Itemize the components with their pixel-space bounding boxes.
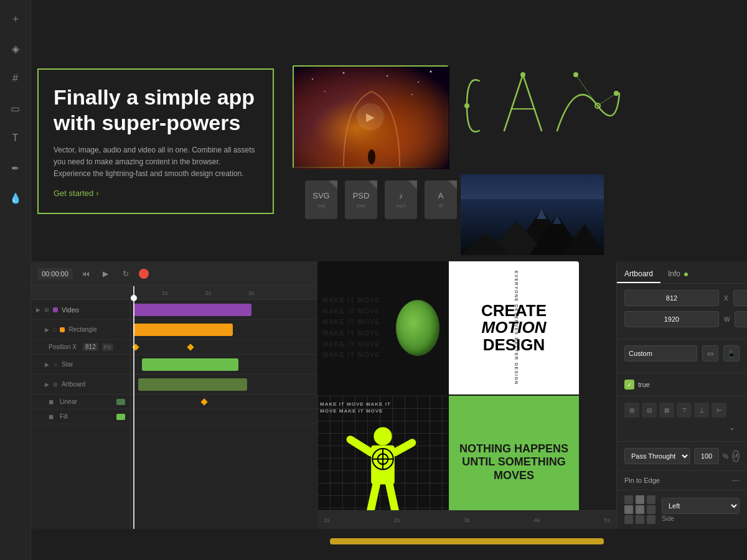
fit-mode-select[interactable]: Custom Fill Fit (624, 345, 697, 362)
ruler-3s-preview: 3s (464, 517, 470, 523)
svg-file-icon[interactable]: SVG svg (305, 180, 337, 219)
mask-checkbox[interactable]: ✓ (624, 380, 634, 390)
pin-dot-bl[interactable] (624, 515, 633, 524)
h-input[interactable] (735, 311, 747, 327)
frame-icon-btn[interactable]: ▭ (702, 345, 718, 362)
pin-dot-mc[interactable]: + (636, 505, 644, 514)
preview-ruler: 1s 2s 3s 4s 5s (317, 510, 616, 529)
path-graphic (461, 56, 622, 168)
prop-linear-label: Linear (60, 398, 77, 405)
svg-point-16 (573, 72, 578, 77)
pin-grid: ─ | + (624, 495, 657, 524)
layer-star-label: Star (62, 361, 125, 368)
pin-dot-br[interactable] (647, 515, 655, 524)
layer-artboard-label: Artboard (62, 381, 125, 388)
ruler-1s-preview: 1s (324, 517, 330, 523)
align-bottom-btn[interactable]: ⊢ (712, 403, 726, 418)
align-left-btn[interactable]: ⊞ (624, 403, 639, 418)
pin-dot-tr[interactable] (647, 495, 655, 504)
align-center-v-btn[interactable]: ⊥ (694, 403, 709, 418)
mask-label: true (638, 381, 650, 388)
scrub-bar-area[interactable] (317, 535, 616, 548)
blend-mode-select[interactable]: Pass Throught Normal Multiply (624, 448, 690, 464)
bar-rect[interactable] (133, 324, 233, 336)
info-dot (684, 273, 688, 276)
font-file-icon[interactable]: A ttf (425, 180, 457, 219)
timeline-row-linear (131, 394, 317, 409)
side-select[interactable]: Left Right Top Bottom (662, 498, 740, 514)
font-ext: ttf (439, 203, 443, 208)
align-top-btn[interactable]: ⊤ (677, 403, 692, 418)
pin-dot-tl[interactable] (624, 495, 633, 504)
ruler-marks: 1s 2s 3s 4s 5s (324, 517, 610, 523)
align-right-btn[interactable]: ⊠ (659, 403, 674, 418)
cmd-design: DESIGN (481, 337, 547, 353)
prop-x-label: Position X (49, 343, 77, 350)
pin-dot-bc[interactable] (636, 515, 644, 524)
bar-artboard[interactable] (138, 378, 247, 391)
ruler-4s-preview: 4s (534, 517, 540, 523)
golden-progress-bar[interactable] (330, 538, 604, 544)
pen-icon[interactable]: ✒ (7, 159, 24, 177)
svg-point-2 (343, 72, 345, 74)
opacity-lock-btn[interactable]: ↺ (732, 450, 740, 462)
opacity-pct: % (723, 453, 728, 460)
pin-collapse-btn[interactable]: — (732, 476, 740, 485)
tab-artboard[interactable]: Artboard (617, 266, 660, 283)
svg-point-4 (418, 82, 419, 83)
xy-row: X Y (624, 290, 740, 306)
prop-fill-label: Fill (60, 413, 68, 420)
time-display[interactable]: 00:00:00 (37, 268, 73, 279)
keyframe-end[interactable] (187, 343, 194, 350)
add-icon[interactable]: ＋ (7, 10, 24, 27)
play-button-tl[interactable]: ▶ (99, 267, 113, 281)
align-center-h-btn[interactable]: ⊟ (642, 403, 657, 418)
psd-label: PSD (353, 191, 370, 200)
pin-dot-ml[interactable]: | (624, 505, 633, 514)
psd-file-icon[interactable]: PSD psd (345, 180, 377, 219)
playhead-handle[interactable] (131, 295, 137, 301)
cmd-create: CREATE (481, 302, 547, 319)
record-button[interactable] (139, 269, 149, 279)
cmd-text-block: CREATE MOTION DESIGN (475, 296, 553, 360)
dropper-icon[interactable]: 💧 (7, 189, 24, 207)
text-icon[interactable]: T (7, 129, 24, 147)
playhead[interactable] (133, 286, 134, 529)
timeline-row-rect (131, 320, 317, 340)
skip-back-button[interactable]: ⏮ (79, 267, 93, 281)
phone-icon-btn[interactable]: 📱 (723, 345, 740, 362)
bar-video[interactable] (133, 304, 251, 316)
layers-icon[interactable]: ◈ (7, 40, 24, 57)
svg-line-27 (350, 439, 370, 452)
loop-button[interactable]: ↻ (119, 267, 133, 281)
layer-rectangle-label: Rectangle (68, 326, 125, 333)
tab-info[interactable]: Info (660, 266, 695, 283)
rectangle-icon[interactable]: ▭ (7, 100, 24, 117)
keyframe-linear[interactable] (200, 398, 207, 405)
layer-rectangle[interactable]: ▶ □ Rectangle (31, 320, 130, 340)
grid-icon[interactable]: # (7, 70, 24, 87)
svg-line-14 (598, 93, 616, 106)
timeline-panel: 00:00:00 ⏮ ▶ ↻ ▶ ⊞ Video ▶ □ Rectangle (31, 261, 317, 529)
align-expand-btn[interactable]: ⌄ (725, 420, 740, 435)
person-text-overlay: MAKE IT MOVE MAKE ITMOVE MAKE IT MOVE (320, 401, 445, 414)
pin-dot-tc[interactable]: ─ (636, 495, 644, 504)
layer-star[interactable]: ▶ ☆ Star (31, 355, 130, 375)
layer-video[interactable]: ▶ ⊞ Video (31, 300, 130, 320)
fill-color-swatch (116, 414, 125, 420)
y-input[interactable] (733, 290, 747, 306)
w-input[interactable] (624, 311, 719, 327)
hero-title: Finally a simple app with super-powers (54, 85, 258, 136)
x-input[interactable] (624, 290, 719, 306)
mask-section: ✓ true (617, 373, 747, 396)
pin-dot-mr[interactable] (647, 505, 655, 514)
hero-cta[interactable]: Get started › (54, 189, 258, 198)
video-thumbnail[interactable]: ▶ (293, 65, 448, 168)
blend-section: Pass Throught Normal Multiply % ↺ (617, 442, 747, 471)
w-label: W (724, 316, 730, 323)
svg-point-11 (520, 72, 525, 77)
layer-artboard[interactable]: ▶ ⊞ Artboard (31, 375, 130, 394)
bar-star[interactable] (142, 358, 238, 371)
opacity-input[interactable] (694, 448, 719, 464)
audio-file-icon[interactable]: ♪ mp3 (385, 180, 417, 219)
